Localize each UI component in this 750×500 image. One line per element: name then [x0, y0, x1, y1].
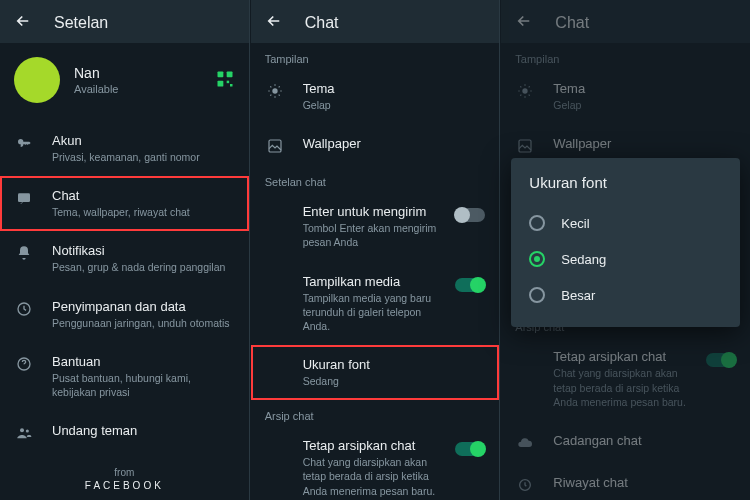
profile-status: Available — [74, 83, 118, 95]
header-title: Setelan — [54, 14, 108, 32]
font-option-medium[interactable]: Sedang — [529, 241, 722, 277]
chat-item-enter-send[interactable]: Enter untuk mengirim Tombol Enter akan m… — [251, 192, 500, 261]
wallpaper-icon — [515, 138, 535, 154]
item-desc: Privasi, keamanan, ganti nomor — [52, 150, 235, 164]
chat-item-backup: Cadangan chat — [501, 421, 750, 463]
svg-rect-1 — [226, 71, 232, 77]
footer-from: from — [0, 467, 249, 478]
font-option-small[interactable]: Kecil — [529, 205, 722, 241]
profile-row[interactable]: Nan Available — [0, 43, 249, 121]
chat-icon — [14, 190, 34, 206]
dialog-title: Ukuran font — [529, 174, 722, 191]
svg-rect-3 — [226, 80, 229, 83]
qr-icon[interactable] — [215, 69, 235, 92]
chat-item-theme: Tema Gelap — [501, 69, 750, 124]
item-label: Tema — [553, 81, 736, 96]
item-desc: Chat yang diarsipkan akan tetap berada d… — [553, 366, 688, 409]
svg-rect-11 — [269, 140, 281, 152]
item-label: Wallpaper — [303, 136, 486, 151]
data-icon — [14, 301, 34, 317]
item-label: Enter untuk mengirim — [303, 204, 438, 219]
svg-rect-5 — [18, 194, 30, 203]
svg-rect-2 — [217, 80, 223, 86]
svg-point-12 — [523, 88, 528, 93]
chat-settings-screen-dialog: Chat Tampilan Tema Gelap Wallpaper Setel… — [501, 0, 750, 500]
toggle-keep-archived — [706, 353, 736, 367]
item-label: Tetap arsipkan chat — [303, 438, 438, 453]
item-label: Penyimpanan dan data — [52, 299, 235, 314]
chat-item-theme[interactable]: Tema Gelap — [251, 69, 500, 124]
item-label: Tampilkan media — [303, 274, 438, 289]
svg-rect-4 — [230, 84, 233, 87]
footer: from FACEBOOK — [0, 453, 249, 500]
header: Chat — [501, 0, 750, 43]
toggle-media-visibility[interactable] — [455, 278, 485, 292]
chat-item-wallpaper[interactable]: Wallpaper — [251, 124, 500, 166]
radio-label: Kecil — [561, 216, 589, 231]
back-icon[interactable] — [265, 12, 283, 33]
back-icon[interactable] — [14, 12, 32, 33]
section-display: Tampilan — [251, 43, 500, 69]
item-desc: Tombol Enter akan mengirim pesan Anda — [303, 221, 438, 249]
item-label: Akun — [52, 133, 235, 148]
item-desc: Tampilkan media yang baru terunduh di ga… — [303, 291, 438, 334]
font-option-large[interactable]: Besar — [529, 277, 722, 313]
footer-company: FACEBOOK — [0, 480, 249, 491]
item-label: Riwayat chat — [553, 475, 736, 490]
item-label: Undang teman — [52, 423, 235, 438]
toggle-keep-archived[interactable] — [455, 442, 485, 456]
header: Chat — [251, 0, 500, 43]
toggle-enter-send[interactable] — [455, 208, 485, 222]
wallpaper-icon — [265, 138, 285, 154]
avatar — [14, 57, 60, 103]
header-title: Chat — [305, 14, 339, 32]
back-icon — [515, 12, 533, 33]
chat-settings-screen: Chat Tampilan Tema Gelap Wallpaper Setel… — [251, 0, 501, 500]
radio-label: Besar — [561, 288, 595, 303]
svg-point-8 — [20, 428, 24, 432]
section-chat-settings: Setelan chat — [251, 166, 500, 192]
bell-icon — [14, 245, 34, 261]
history-icon — [515, 477, 535, 493]
item-label: Tetap arsipkan chat — [553, 349, 688, 364]
radio-icon — [529, 287, 545, 303]
settings-item-notifications[interactable]: Notifikasi Pesan, grup & nada dering pan… — [0, 231, 249, 286]
svg-rect-0 — [217, 71, 223, 77]
settings-item-account[interactable]: Akun Privasi, keamanan, ganti nomor — [0, 121, 249, 176]
svg-point-10 — [272, 88, 277, 93]
header-title: Chat — [555, 14, 589, 32]
chat-item-history: Riwayat chat — [501, 463, 750, 500]
profile-name: Nan — [74, 65, 118, 81]
settings-item-invite[interactable]: Undang teman — [0, 411, 249, 453]
item-label: Chat — [52, 188, 235, 203]
help-icon — [14, 356, 34, 372]
item-desc: Gelap — [303, 98, 486, 112]
item-label: Tema — [303, 81, 486, 96]
theme-icon — [265, 83, 285, 99]
item-desc: Chat yang diarsipkan akan tetap berada d… — [303, 455, 438, 498]
item-desc: Sedang — [303, 374, 486, 388]
chat-item-keep-archived[interactable]: Tetap arsipkan chat Chat yang diarsipkan… — [251, 426, 500, 500]
radio-label: Sedang — [561, 252, 606, 267]
settings-item-help[interactable]: Bantuan Pusat bantuan, hubungi kami, keb… — [0, 342, 249, 411]
svg-rect-13 — [519, 140, 531, 152]
header: Setelan — [0, 0, 249, 43]
item-desc: Tema, wallpaper, riwayat chat — [52, 205, 235, 219]
radio-icon — [529, 251, 545, 267]
section-archive: Arsip chat — [251, 400, 500, 426]
svg-point-9 — [26, 429, 29, 432]
settings-item-storage[interactable]: Penyimpanan dan data Penggunaan jaringan… — [0, 287, 249, 342]
radio-icon — [529, 215, 545, 231]
settings-item-chats[interactable]: Chat Tema, wallpaper, riwayat chat — [0, 176, 249, 231]
theme-icon — [515, 83, 535, 99]
chat-item-font-size[interactable]: Ukuran font Sedang — [251, 345, 500, 400]
item-label: Notifikasi — [52, 243, 235, 258]
chat-item-keep-archived: Tetap arsipkan chat Chat yang diarsipkan… — [501, 337, 750, 421]
cloud-icon — [515, 435, 535, 451]
people-icon — [14, 425, 34, 441]
item-desc: Gelap — [553, 98, 736, 112]
chat-item-media-visibility[interactable]: Tampilkan media Tampilkan media yang bar… — [251, 262, 500, 346]
font-size-dialog: Ukuran font Kecil Sedang Besar — [511, 158, 740, 327]
section-display: Tampilan — [501, 43, 750, 69]
item-desc: Pusat bantuan, hubungi kami, kebijakan p… — [52, 371, 235, 399]
